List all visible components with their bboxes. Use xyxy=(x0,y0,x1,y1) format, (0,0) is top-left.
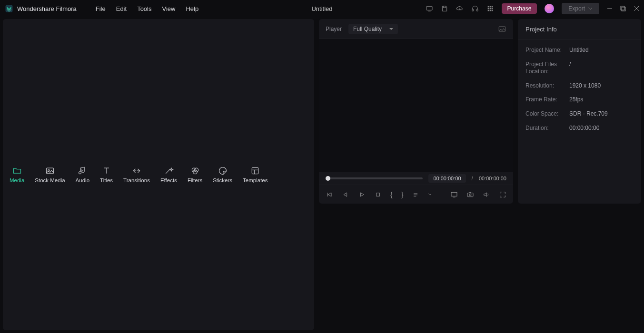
seek-handle[interactable] xyxy=(326,176,330,181)
svg-rect-17 xyxy=(622,7,625,11)
category-tabs: Media Stock Media Audio Titles Transitio… xyxy=(3,19,314,330)
tab-stock-label: Stock Media xyxy=(35,177,65,183)
media-folder-icon xyxy=(12,166,22,176)
svg-rect-11 xyxy=(491,8,493,10)
player-viewport[interactable] xyxy=(319,39,513,172)
play-icon[interactable] xyxy=(358,191,366,198)
window-minimize-icon[interactable] xyxy=(607,6,613,11)
tab-effects[interactable]: Effects xyxy=(160,166,177,183)
pi-dur-label: Duration: xyxy=(525,125,569,132)
tab-audio[interactable]: Audio xyxy=(76,166,89,183)
tab-filters-label: Filters xyxy=(188,177,202,183)
titlebar: Wondershare Filmora File Edit Tools View… xyxy=(0,0,644,17)
seek-bar[interactable] xyxy=(326,177,423,179)
svg-rect-6 xyxy=(487,6,489,8)
tab-templates[interactable]: Templates xyxy=(243,166,268,183)
fullscreen-icon[interactable] xyxy=(499,191,506,198)
tab-transitions[interactable]: Transitions xyxy=(123,166,150,183)
tab-audio-label: Audio xyxy=(76,177,89,183)
mark-in-button[interactable]: { xyxy=(390,191,393,198)
tab-stickers[interactable]: Stickers xyxy=(213,166,232,183)
step-back-icon[interactable] xyxy=(326,191,333,198)
snapshot-settings-icon[interactable] xyxy=(498,25,506,33)
time-separator: / xyxy=(472,175,473,182)
apps-grid-icon[interactable] xyxy=(486,5,494,12)
chevron-down-icon xyxy=(588,6,593,11)
svg-rect-3 xyxy=(443,6,446,8)
menu-edit[interactable]: Edit xyxy=(116,5,127,12)
svg-rect-4 xyxy=(472,9,474,11)
marker-dropdown-icon[interactable] xyxy=(412,191,419,198)
menu-view[interactable]: View xyxy=(162,5,175,12)
templates-icon xyxy=(250,166,260,176)
pi-name-value: Untitled xyxy=(569,47,589,54)
playback-quality-select[interactable]: Full Quality xyxy=(348,24,398,34)
tab-titles-label: Titles xyxy=(100,177,113,183)
window-close-icon[interactable] xyxy=(634,6,639,11)
svg-rect-33 xyxy=(376,193,380,196)
stock-media-icon xyxy=(45,166,55,176)
project-info-header: Project Info xyxy=(518,19,641,40)
stop-icon[interactable] xyxy=(374,191,382,198)
svg-rect-5 xyxy=(476,9,478,11)
pi-dur-value: 00:00:00:00 xyxy=(569,125,599,132)
player-label: Player xyxy=(326,26,342,32)
effects-icon xyxy=(163,166,174,176)
user-avatar[interactable] xyxy=(545,4,554,13)
tab-transitions-label: Transitions xyxy=(123,177,150,183)
play-backward-icon[interactable] xyxy=(342,191,349,198)
tab-stickers-label: Stickers xyxy=(213,177,232,183)
save-icon[interactable] xyxy=(441,5,448,12)
audio-icon xyxy=(77,166,88,176)
time-total: 00:00:00:00 xyxy=(479,176,506,181)
headphones-icon[interactable] xyxy=(471,5,479,12)
tab-media-label: Media xyxy=(10,177,24,183)
svg-rect-23 xyxy=(252,167,258,174)
purchase-button[interactable]: Purchase xyxy=(502,3,537,14)
pi-name-label: Project Name: xyxy=(525,47,569,54)
svg-rect-36 xyxy=(467,193,473,196)
menu-tools[interactable]: Tools xyxy=(137,5,151,12)
pi-cs-label: Color Space: xyxy=(525,110,569,118)
display-icon[interactable] xyxy=(450,191,458,198)
menubar: File Edit Tools View Help xyxy=(96,5,198,12)
menu-file[interactable]: File xyxy=(96,5,106,12)
svg-rect-9 xyxy=(487,8,489,10)
mark-out-button[interactable]: } xyxy=(401,191,404,198)
tab-filters[interactable]: Filters xyxy=(188,166,202,183)
pi-res-value: 1920 x 1080 xyxy=(569,82,601,90)
titles-icon xyxy=(101,166,112,176)
player-panel: Player Full Quality 00:00:00:00 / 00:00:… xyxy=(319,19,513,204)
svg-rect-8 xyxy=(491,6,493,8)
camera-snapshot-icon[interactable] xyxy=(466,191,474,198)
svg-rect-14 xyxy=(491,10,493,11)
svg-point-37 xyxy=(469,194,471,196)
volume-icon[interactable] xyxy=(483,191,490,198)
export-button[interactable]: Export xyxy=(562,3,599,14)
device-icon[interactable] xyxy=(426,5,433,12)
document-title: Untitled xyxy=(311,5,332,12)
chevron-down-icon[interactable] xyxy=(428,193,432,196)
transitions-icon xyxy=(131,166,142,176)
project-info-panel: Project Info Project Name:Untitled Proje… xyxy=(518,19,641,204)
tab-templates-label: Templates xyxy=(243,177,268,183)
pi-loc-label: Project Files Location: xyxy=(525,61,569,76)
time-current[interactable]: 00:00:00:00 xyxy=(428,174,466,183)
svg-rect-34 xyxy=(451,192,457,196)
svg-rect-12 xyxy=(487,10,489,11)
window-maximize-icon[interactable] xyxy=(620,6,626,11)
pi-cs-value: SDR - Rec.709 xyxy=(569,110,608,118)
cloud-download-icon[interactable] xyxy=(456,5,464,12)
menu-help[interactable]: Help xyxy=(186,5,198,12)
pi-loc-value: / xyxy=(569,61,571,76)
app-logo-icon xyxy=(5,4,13,13)
app-name: Wondershare Filmora xyxy=(17,5,77,12)
svg-rect-13 xyxy=(489,10,491,11)
tab-media[interactable]: Media xyxy=(10,166,24,183)
tab-effects-label: Effects xyxy=(160,177,177,183)
export-label: Export xyxy=(568,5,585,12)
tab-titles[interactable]: Titles xyxy=(100,166,113,183)
svg-rect-1 xyxy=(426,6,432,10)
svg-rect-10 xyxy=(489,8,491,10)
tab-stock-media[interactable]: Stock Media xyxy=(35,166,65,183)
